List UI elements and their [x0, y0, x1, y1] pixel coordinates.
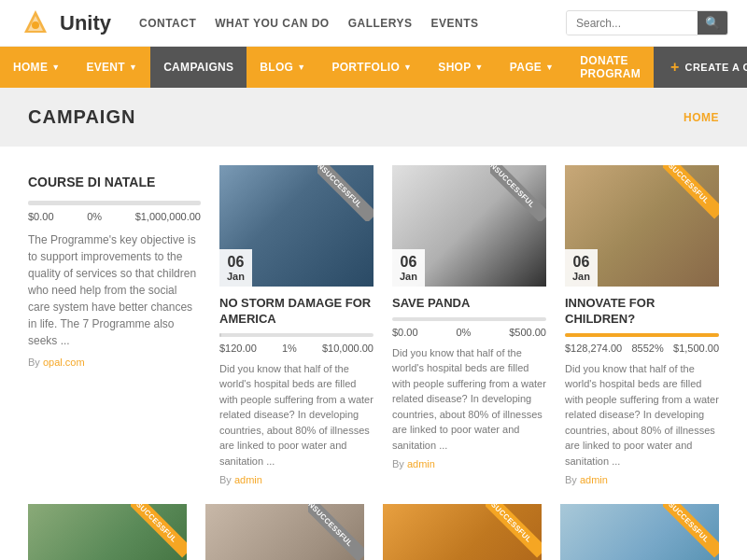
logo-icon: [19, 7, 52, 40]
featured-stats: $0.00 0% $1,000,000.00: [28, 211, 201, 222]
badge-ribbon-2: UNSUCCESSFUL: [490, 165, 546, 221]
badge-label-5: UNSUCCESSFUL: [308, 504, 364, 560]
card-author-link-2[interactable]: admin: [407, 458, 435, 469]
plus-icon: +: [670, 59, 679, 76]
brand-name: Unity: [60, 11, 111, 35]
badge-ribbon-4: SUCCESSFUL: [131, 504, 187, 560]
nav-events[interactable]: EVENTS: [431, 17, 479, 30]
top-navigation: CONTACT WHAT YOU CAN DO GALLERYS EVENTS: [139, 17, 479, 30]
card-progress-3: [565, 333, 719, 337]
card-amounts-3: $128,274.00 8552% $1,500.00: [565, 343, 719, 354]
chevron-down-icon: ▼: [51, 63, 60, 72]
badge-label-1: UNSUCCESSFUL: [317, 165, 374, 221]
featured-title: COURSE DI NATALE: [28, 175, 201, 189]
top-bar: Unity CONTACT WHAT YOU CAN DO GALLERYS E…: [0, 0, 747, 47]
badge-ribbon-6: SUCCESSFUL: [486, 504, 542, 560]
nav-gallerys[interactable]: GALLERYS: [348, 17, 413, 30]
nav-shop[interactable]: SHOP ▼: [425, 47, 496, 88]
breadcrumb-home[interactable]: HOME: [684, 111, 719, 124]
featured-goal: $1,000,000.00: [135, 211, 201, 222]
featured-progress-bar-wrap: [28, 201, 201, 205]
badge-ribbon-1: UNSUCCESSFUL: [317, 165, 374, 221]
campaign-card-4: SUCCESSFUL 06 Jan SUPPORT MERCY SHIPS: [28, 504, 187, 560]
nav-event[interactable]: EVENT ▼: [73, 47, 150, 88]
nav-blog[interactable]: BLOG ▼: [247, 47, 318, 88]
card-image-1[interactable]: UNSUCCESSFUL 06 Jan: [219, 165, 374, 287]
campaign-card-7: SUCCESSFUL 05 Jan TINY WORLD FOR: [560, 504, 719, 560]
badge-label-2: UNSUCCESSFUL: [490, 165, 546, 221]
card-progress-1: [219, 333, 374, 337]
featured-author-link[interactable]: opal.com: [43, 357, 85, 368]
chevron-down-icon: ▼: [403, 63, 412, 72]
nav-campaigns[interactable]: CAMPAIGNS: [150, 47, 247, 88]
logo[interactable]: Unity: [19, 7, 111, 40]
card-image-5[interactable]: UNSUCCESSFUL 06 Jan: [205, 504, 364, 560]
featured-campaign: COURSE DI NATALE $0.00 0% $1,000,000.00 …: [28, 165, 201, 485]
campaign-card-6: SUCCESSFUL 05 Jan TIGER OF EARTH: [383, 504, 542, 560]
campaign-grid-row1: COURSE DI NATALE $0.00 0% $1,000,000.00 …: [28, 165, 719, 485]
card-title-1[interactable]: NO STORM DAMAGE FOR AMERICA: [219, 296, 374, 328]
nav-bar: HOME ▼ EVENT ▼ CAMPAIGNS BLOG ▼ PORTFOLI…: [0, 47, 747, 88]
card-progress-2: [392, 317, 546, 321]
nav-portfolio[interactable]: PORTFOLIO ▼: [318, 47, 425, 88]
featured-by: By opal.com: [28, 357, 201, 368]
badge-ribbon-5: UNSUCCESSFUL: [308, 504, 364, 560]
featured-description: The Programme's key objective is to supp…: [28, 231, 201, 349]
badge-label-7: SUCCESSFUL: [663, 504, 719, 558]
campaign-card-5: UNSUCCESSFUL 06 Jan STREET CHILDREN BORN…: [205, 504, 364, 560]
card-date-2: 06 Jan: [392, 249, 425, 287]
main-content: COURSE DI NATALE $0.00 0% $1,000,000.00 …: [0, 147, 747, 560]
card-image-4[interactable]: SUCCESSFUL 06 Jan: [28, 504, 187, 560]
chevron-down-icon: ▼: [545, 63, 554, 72]
chevron-down-icon: ▼: [129, 63, 137, 72]
card-desc-2: Did you know that half of the world's ho…: [392, 345, 546, 454]
nav-home[interactable]: HOME ▼: [0, 47, 73, 88]
svg-point-2: [32, 21, 39, 29]
badge-label-4: SUCCESSFUL: [131, 504, 187, 558]
badge-ribbon-7: SUCCESSFUL: [663, 504, 719, 560]
card-image-3[interactable]: SUCCESSFUL 06 Jan: [565, 165, 719, 287]
card-by-1: By admin: [219, 474, 374, 485]
featured-percent: 0%: [87, 211, 102, 222]
chevron-down-icon: ▼: [475, 63, 484, 72]
nav-what-you-can-do[interactable]: WHAT YOU CAN DO: [215, 17, 329, 30]
card-amounts-1: $120.00 1% $10,000.00: [219, 343, 374, 354]
nav-page[interactable]: PAGE ▼: [497, 47, 568, 88]
campaign-grid-row2: SUCCESSFUL 06 Jan SUPPORT MERCY SHIPS UN…: [28, 504, 719, 560]
campaign-card-2: UNSUCCESSFUL 06 Jan SAVE PANDA $0.00 0% …: [392, 165, 546, 485]
card-image-2[interactable]: UNSUCCESSFUL 06 Jan: [392, 165, 546, 287]
card-image-6[interactable]: SUCCESSFUL 05 Jan: [383, 504, 542, 560]
search-wrap: 🔍: [566, 10, 728, 35]
nav-donate-program[interactable]: DONATE PROGRAM: [567, 47, 654, 88]
card-author-link-1[interactable]: admin: [234, 474, 262, 485]
card-desc-1: Did you know that half of the world's ho…: [219, 361, 374, 469]
badge-ribbon-3: SUCCESSFUL: [663, 165, 719, 221]
breadcrumb-bar: CAMPAIGN HOME: [0, 88, 747, 147]
chevron-down-icon: ▼: [297, 63, 305, 72]
card-title-3[interactable]: INNOVATE FOR CHILDREN?: [565, 296, 719, 328]
page-title: CAMPAIGN: [28, 106, 135, 128]
create-campaign-button[interactable]: + CREATE A CAMPAIGN: [654, 47, 747, 88]
badge-label-6: SUCCESSFUL: [486, 504, 542, 558]
card-by-2: By admin: [392, 458, 546, 469]
campaign-card-3: SUCCESSFUL 06 Jan INNOVATE FOR CHILDREN?…: [565, 165, 719, 485]
card-date-1: 06 Jan: [219, 249, 252, 287]
card-author-link-3[interactable]: admin: [580, 474, 608, 485]
card-by-3: By admin: [565, 474, 719, 485]
card-title-2[interactable]: SAVE PANDA: [392, 296, 546, 312]
card-image-7[interactable]: SUCCESSFUL 05 Jan: [560, 504, 719, 560]
nav-items: HOME ▼ EVENT ▼ CAMPAIGNS BLOG ▼ PORTFOLI…: [0, 47, 654, 88]
card-amounts-2: $0.00 0% $500.00: [392, 327, 546, 338]
badge-label-3: SUCCESSFUL: [663, 165, 719, 219]
search-button[interactable]: 🔍: [698, 11, 727, 35]
card-desc-3: Did you know that half of the world's ho…: [565, 361, 719, 469]
featured-raised: $0.00: [28, 211, 54, 222]
card-date-3: 06 Jan: [565, 249, 598, 287]
campaign-card-1: UNSUCCESSFUL 06 Jan NO STORM DAMAGE FOR …: [219, 165, 374, 485]
search-input[interactable]: [567, 12, 698, 35]
nav-contact[interactable]: CONTACT: [139, 17, 196, 30]
